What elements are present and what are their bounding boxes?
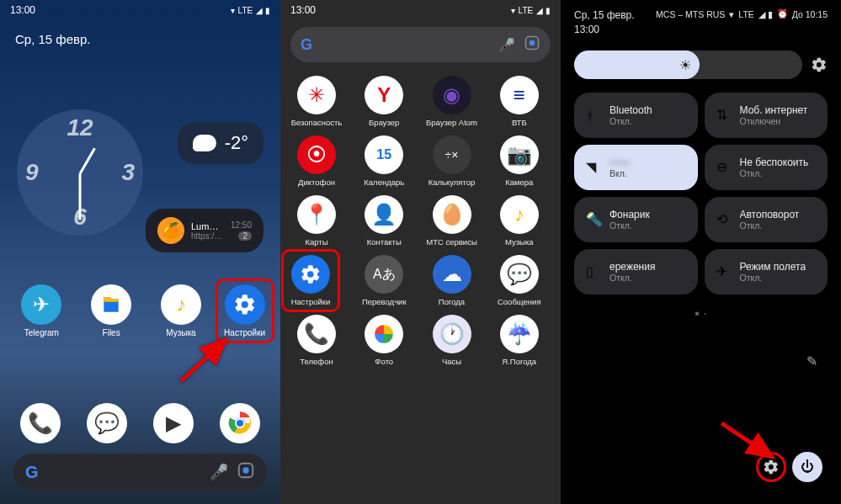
app-settings-highlighted[interactable]: Настройки bbox=[216, 279, 274, 343]
svg-line-9 bbox=[721, 423, 772, 457]
tile-wifi[interactable]: ◥——Вкл. bbox=[574, 145, 698, 190]
status-bar: 13:00 ▾ LTE ◢ ▮ bbox=[280, 0, 561, 20]
flashlight-icon: 🔦 bbox=[586, 211, 601, 227]
tile-flashlight[interactable]: 🔦ФонарикОткл. bbox=[574, 197, 698, 242]
temperature: -2° bbox=[225, 132, 248, 154]
carrier: MCS – MTS RUS bbox=[656, 9, 725, 19]
tile-battery-saver[interactable]: ▯ереженияОткл. bbox=[574, 249, 698, 294]
quick-settings-panel: Ср, 15 февр. 13:00 MCS – MTS RUS ▾LTE◢ ▮… bbox=[561, 0, 841, 504]
clock-9: 9 bbox=[25, 159, 39, 186]
notification-chip[interactable]: 🍊 Lum… https:/… 12:50 2 bbox=[146, 209, 263, 252]
dock-chrome[interactable] bbox=[210, 403, 269, 443]
drawer-search[interactable]: G 🎤 bbox=[290, 27, 551, 62]
app-row: ✈ Telegram Files ♪ Музыка Настройки bbox=[0, 284, 280, 337]
qs-time: 13:00 bbox=[574, 23, 635, 37]
qs-date: Ср, 15 февр. bbox=[574, 8, 635, 23]
google-logo-icon: G bbox=[301, 36, 312, 54]
app-grid: ✳Безопасность YБраузер ◉Браузер Atom ≡ВТ… bbox=[280, 69, 561, 373]
app-settings-highlighted[interactable]: Настройки bbox=[281, 249, 340, 312]
minute-hand bbox=[79, 174, 82, 220]
dock-playstore[interactable]: ▶ bbox=[144, 403, 203, 443]
app-translate[interactable]: AあПереводчик bbox=[354, 255, 413, 306]
app-calculator[interactable]: ÷×Калькулятор bbox=[423, 135, 482, 187]
homescreen-panel: 13:00 ▾ LTE ◢ ▮ Ср, 15 февр. 12 3 6 9 -2… bbox=[0, 0, 280, 504]
rotate-icon: ⟲ bbox=[716, 211, 732, 227]
google-search-bar[interactable]: G 🎤 bbox=[13, 454, 267, 491]
lens-icon[interactable] bbox=[237, 461, 255, 483]
app-photos[interactable]: Фото bbox=[354, 315, 413, 366]
alarm-icon: ⏰ bbox=[777, 8, 788, 19]
brightness-slider[interactable]: ☀ bbox=[574, 50, 828, 79]
app-atom[interactable]: ◉Браузер Atom bbox=[423, 76, 482, 127]
app-phone[interactable]: 📞Телефон bbox=[287, 315, 346, 366]
page-indicator: • · bbox=[561, 300, 841, 328]
app-yaweather[interactable]: ☔Я.Погода bbox=[490, 315, 549, 366]
tile-dnd[interactable]: ⊖Не беспокоитьОткл. bbox=[705, 145, 828, 190]
app-drawer-panel: 13:00 ▾ LTE ◢ ▮ G 🎤 ✳Безопасность YБрауз… bbox=[280, 0, 561, 504]
date-widget[interactable]: Ср, 15 февр. bbox=[0, 20, 280, 51]
status-time: 13:00 bbox=[10, 4, 35, 16]
data-icon: ⇅ bbox=[716, 107, 732, 123]
app-calendar[interactable]: 15Календарь bbox=[354, 135, 413, 187]
app-music2[interactable]: ♪Музыка bbox=[490, 195, 549, 247]
app-clock[interactable]: 🕐Часы bbox=[423, 315, 482, 366]
clock-12: 12 bbox=[67, 114, 93, 141]
airplane-icon: ✈ bbox=[716, 263, 732, 279]
brightness-icon: ☀ bbox=[679, 56, 691, 72]
app-weather[interactable]: ☁Погода bbox=[423, 255, 482, 306]
notif-url: https:/… bbox=[191, 231, 224, 241]
app-messages[interactable]: 💬Сообщения bbox=[490, 255, 549, 306]
app-music[interactable]: ♪ Музыка bbox=[152, 284, 210, 337]
svg-point-7 bbox=[530, 40, 535, 46]
dnd-icon: ⊖ bbox=[716, 159, 732, 175]
mic-icon[interactable]: 🎤 bbox=[498, 37, 515, 53]
app-vtb[interactable]: ≡ВТБ bbox=[490, 76, 549, 127]
battery-icon: ▯ bbox=[586, 263, 601, 279]
mic-icon[interactable]: 🎤 bbox=[210, 463, 228, 481]
app-contacts[interactable]: 👤Контакты bbox=[354, 195, 413, 247]
tile-airplane[interactable]: ✈Режим полетаОткл. bbox=[705, 249, 828, 294]
dock: 📞 💬 ▶ bbox=[0, 403, 280, 443]
app-telegram[interactable]: ✈ Telegram bbox=[12, 284, 71, 337]
annotation-arrow bbox=[177, 335, 236, 389]
weather-widget[interactable]: -2° bbox=[178, 122, 263, 164]
app-files[interactable]: Files bbox=[82, 284, 141, 337]
tile-autorotate[interactable]: ⟲АвтоповоротОткл. bbox=[705, 197, 828, 242]
lens-icon[interactable] bbox=[524, 34, 540, 55]
dock-messages[interactable]: 💬 bbox=[77, 403, 136, 443]
status-bar: 13:00 ▾ LTE ◢ ▮ bbox=[0, 0, 280, 20]
svg-point-5 bbox=[242, 467, 248, 473]
hour-hand bbox=[79, 147, 96, 174]
notif-count: 2 bbox=[238, 231, 252, 241]
alarm-time: До 10:15 bbox=[792, 9, 828, 19]
notif-title: Lum… bbox=[191, 221, 224, 231]
app-maps[interactable]: 📍Карты bbox=[287, 195, 346, 247]
status-time: 13:00 bbox=[290, 4, 316, 16]
qs-tiles: ᚼBluetoothОткл. ⇅Моб. интернетОтключен ◥… bbox=[561, 88, 841, 300]
app-mts[interactable]: 🥚МТС сервисы bbox=[423, 195, 482, 247]
clock-3: 3 bbox=[121, 159, 135, 186]
cloud-icon bbox=[193, 135, 216, 151]
bluetooth-icon: ᚼ bbox=[586, 108, 601, 123]
app-security[interactable]: ✳Безопасность bbox=[287, 76, 346, 127]
google-logo-icon: G bbox=[25, 463, 39, 482]
svg-point-3 bbox=[236, 419, 244, 427]
edit-tiles-icon[interactable]: ✎ bbox=[806, 353, 817, 369]
display-settings-icon[interactable] bbox=[811, 56, 828, 73]
annotation-arrow bbox=[717, 419, 785, 473]
svg-line-0 bbox=[181, 340, 226, 381]
clock-widget[interactable]: 12 3 6 9 bbox=[17, 109, 143, 236]
notif-time: 12:50 bbox=[231, 220, 252, 230]
dock-phone[interactable]: 📞 bbox=[11, 403, 70, 443]
status-icons: ▾ LTE ◢ ▮ bbox=[231, 6, 270, 15]
status-icons: ▾ LTE ◢ ▮ bbox=[511, 6, 551, 15]
app-camera[interactable]: 📷Камера bbox=[490, 135, 549, 187]
qs-header: Ср, 15 февр. 13:00 MCS – MTS RUS ▾LTE◢ ▮… bbox=[561, 0, 841, 42]
tile-mobile-data[interactable]: ⇅Моб. интернетОтключен bbox=[705, 93, 828, 138]
power-button[interactable]: ⏻ bbox=[792, 452, 822, 482]
tile-bluetooth[interactable]: ᚼBluetoothОткл. bbox=[574, 93, 698, 138]
app-browser[interactable]: YБраузер bbox=[354, 76, 413, 127]
app-recorder[interactable]: ⦿Диктофон bbox=[287, 135, 346, 187]
wifi-icon: ◥ bbox=[586, 159, 601, 175]
orange-icon: 🍊 bbox=[157, 217, 184, 244]
